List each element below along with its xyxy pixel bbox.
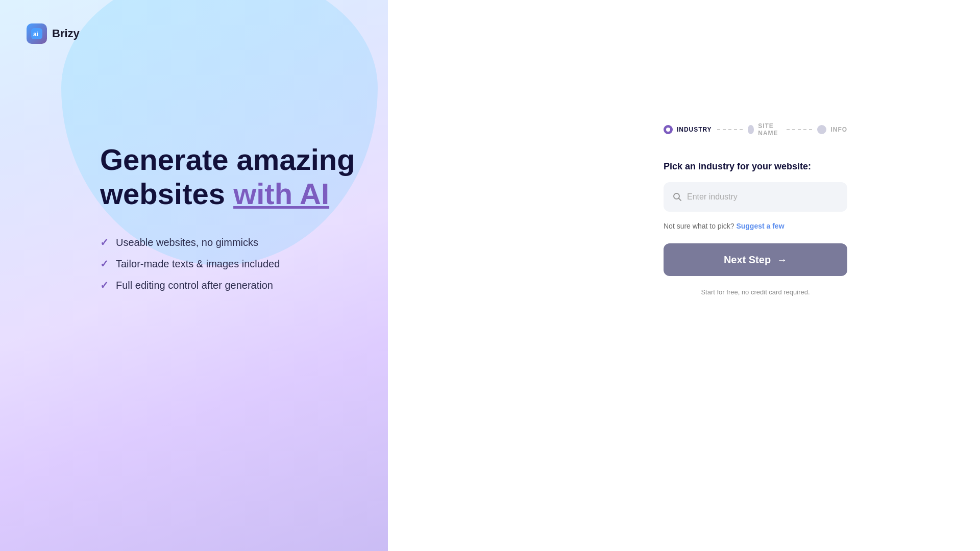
step-dot-industry	[664, 125, 673, 134]
step-label-info: INFO	[830, 126, 847, 133]
step-divider-1	[717, 129, 743, 130]
check-icon-2: ✓	[100, 258, 109, 270]
suggest-link[interactable]: Suggest a few	[736, 222, 784, 230]
footer-note: Start for free, no credit card required.	[664, 288, 847, 296]
search-icon	[673, 192, 682, 202]
left-content: Generate amazing websites with AI ✓ Usea…	[100, 143, 355, 291]
feature-text-1: Useable websites, no gimmicks	[116, 237, 258, 248]
suggest-prefix: Not sure what to pick?	[664, 222, 734, 230]
headline-line2-plain: websites	[100, 177, 233, 210]
check-icon-3: ✓	[100, 279, 109, 291]
arrow-icon: →	[777, 254, 787, 266]
logo-text: Brizy	[52, 27, 80, 40]
headline-highlight: with AI	[233, 177, 329, 210]
next-step-label: Next Step	[724, 254, 771, 266]
headline: Generate amazing websites with AI	[100, 143, 355, 211]
step-dot-sitename	[748, 125, 754, 134]
svg-line-3	[679, 198, 681, 201]
step-info: INFO	[817, 125, 847, 134]
svg-text:ai: ai	[33, 31, 38, 38]
check-icon-1: ✓	[100, 236, 109, 248]
logo: ai Brizy	[27, 23, 80, 44]
headline-line1: Generate amazing	[100, 143, 355, 176]
feature-text-2: Tailor-made texts & images included	[116, 258, 280, 270]
stepper: INDUSTRY SITE NAME INFO	[664, 122, 847, 137]
step-industry: INDUSTRY	[664, 125, 712, 134]
step-dot-info	[817, 125, 826, 134]
logo-icon: ai	[27, 23, 47, 44]
feature-text-3: Full editing control after generation	[116, 280, 273, 291]
industry-input[interactable]	[687, 192, 838, 202]
form-section: Pick an industry for your website: Not s…	[664, 161, 847, 296]
feature-item: ✓ Tailor-made texts & images included	[100, 258, 355, 270]
suggest-text: Not sure what to pick? Suggest a few	[664, 222, 847, 230]
feature-item: ✓ Full editing control after generation	[100, 279, 355, 291]
step-divider-2	[787, 129, 812, 130]
form-label: Pick an industry for your website:	[664, 161, 847, 172]
feature-item: ✓ Useable websites, no gimmicks	[100, 236, 355, 248]
industry-input-wrapper[interactable]	[664, 182, 847, 212]
step-label-industry: INDUSTRY	[677, 126, 712, 133]
next-step-button[interactable]: Next Step →	[664, 243, 847, 276]
step-sitename: SITE NAME	[748, 122, 782, 137]
features-list: ✓ Useable websites, no gimmicks ✓ Tailor…	[100, 236, 355, 291]
right-panel: INDUSTRY SITE NAME INFO Pick an industry…	[664, 122, 847, 296]
step-label-sitename: SITE NAME	[758, 122, 781, 137]
